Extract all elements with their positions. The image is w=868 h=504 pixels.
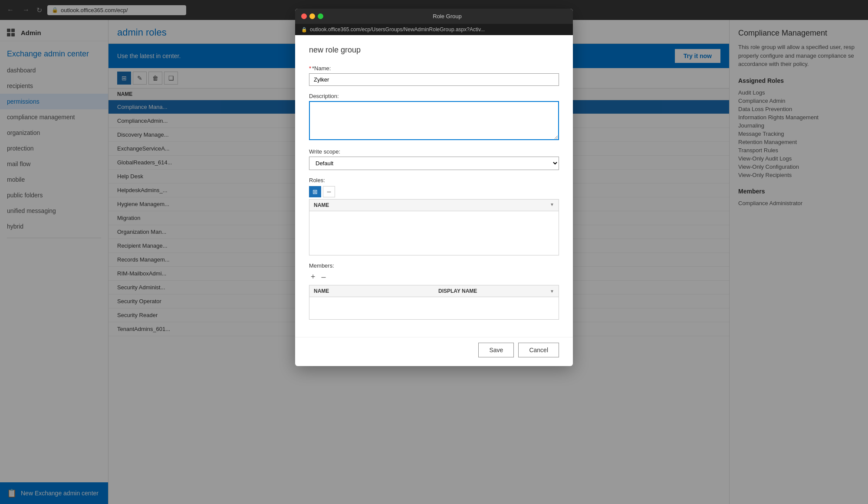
save-button[interactable]: Save: [478, 343, 514, 357]
write-scope-select[interactable]: Default CustomRecipientWriteScope: [309, 157, 559, 170]
name-label: *Name:: [309, 65, 559, 72]
roles-group: Roles: ⊞ – NAME ▼: [309, 177, 559, 255]
maximize-traffic-light[interactable]: [318, 13, 323, 19]
modal-body: new role group *Name: Description: Write…: [295, 35, 573, 337]
modal-window: Role Group 🔒 outlook.office365.com/ecp/U…: [295, 9, 573, 366]
modal-lock-icon: 🔒: [301, 27, 307, 33]
members-scrollable-box: NAME DISPLAY NAME ▼: [309, 285, 559, 320]
close-traffic-light[interactable]: [301, 13, 307, 19]
remove-member-button[interactable]: –: [320, 272, 328, 282]
roles-section-label: Roles:: [309, 177, 559, 183]
modal-overlay: Role Group 🔒 outlook.office365.com/ecp/U…: [0, 0, 868, 504]
members-name-column: NAME: [309, 285, 434, 297]
modal-titlebar: Role Group: [295, 9, 573, 24]
members-group: Members: + – NAME DISPLAY NAME ▼: [309, 262, 559, 320]
roles-toolbar: ⊞ –: [309, 186, 559, 197]
roles-name-column: NAME: [314, 202, 329, 208]
modal-title: Role Group: [328, 13, 567, 20]
roles-sort-arrow: ▼: [550, 202, 554, 208]
members-sort-arrow: ▼: [550, 289, 554, 294]
form-title: new role group: [309, 46, 559, 55]
modal-address-bar: 🔒 outlook.office365.com/ecp/UsersGroups/…: [295, 24, 573, 35]
members-section-label: Members:: [309, 262, 559, 269]
name-input[interactable]: [309, 73, 559, 86]
description-field-group: Description:: [309, 93, 559, 141]
roles-scrollable-box: NAME ▼: [309, 199, 559, 255]
add-role-mini-button[interactable]: ⊞: [309, 186, 321, 197]
traffic-lights: [301, 13, 323, 19]
roles-table-header: NAME ▼: [309, 200, 559, 211]
modal-url: outlook.office365.com/ecp/UsersGroups/Ne…: [310, 26, 485, 33]
members-display-column: DISPLAY NAME ▼: [434, 285, 559, 297]
name-field-group: *Name:: [309, 65, 559, 86]
minimize-traffic-light[interactable]: [309, 13, 315, 19]
members-toolbar: + –: [309, 272, 559, 282]
add-member-button[interactable]: +: [309, 272, 317, 282]
write-scope-label: Write scope:: [309, 148, 559, 155]
members-table-header: NAME DISPLAY NAME ▼: [309, 285, 559, 297]
cancel-button[interactable]: Cancel: [518, 343, 559, 357]
remove-role-mini-button[interactable]: –: [323, 186, 335, 197]
description-textarea[interactable]: [309, 101, 559, 140]
write-scope-group: Write scope: Default CustomRecipientWrit…: [309, 148, 559, 170]
description-label: Description:: [309, 93, 559, 99]
modal-footer: Save Cancel: [295, 337, 573, 366]
